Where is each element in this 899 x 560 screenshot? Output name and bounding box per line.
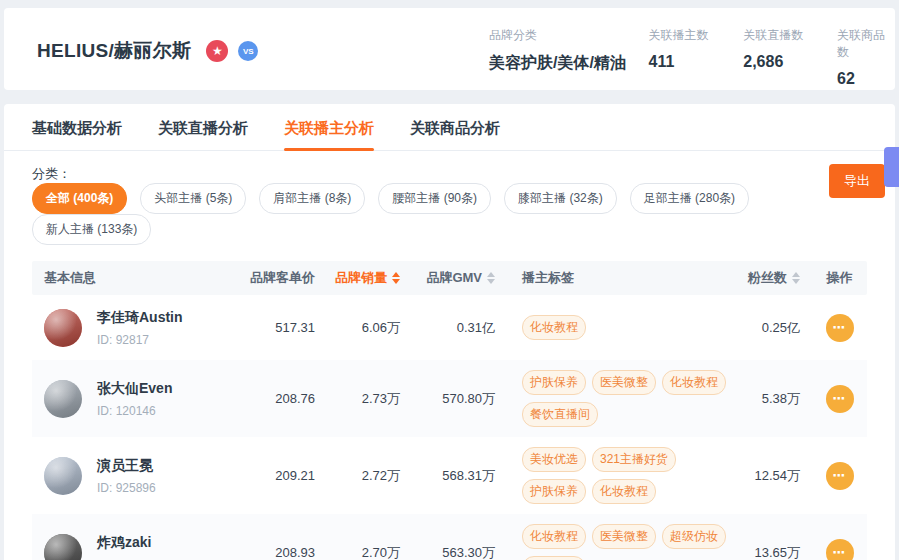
- brand-gmv-value: 568.31万: [412, 467, 507, 485]
- brand-sales-value: 2.73万: [327, 390, 412, 408]
- more-actions-button[interactable]: ⋯: [826, 385, 854, 413]
- streamer-name[interactable]: 炸鸡zaki: [97, 534, 155, 552]
- tab-bar: 基础数据分析 关联直播分析 关联播主分析 关联商品分析: [4, 104, 895, 151]
- column-header-fans[interactable]: 粉丝数: [742, 269, 812, 287]
- stat-value: 2,686: [743, 53, 837, 71]
- streamer-info-cell: 炸鸡zaki ID: 119076: [32, 534, 247, 560]
- brand-price-value: 208.76: [247, 391, 327, 406]
- brand-sales-value: 2.72万: [327, 467, 412, 485]
- streamer-identity: 演员王冕 ID: 925896: [97, 457, 156, 495]
- filter-chip[interactable]: 膝部主播 (32条): [504, 183, 617, 214]
- streamer-name[interactable]: 演员王冕: [97, 457, 156, 475]
- more-actions-button[interactable]: ⋯: [826, 314, 854, 342]
- streamer-tag: 化妆教程: [662, 370, 726, 395]
- tab-basic-data-analysis[interactable]: 基础数据分析: [32, 104, 122, 150]
- streamer-tag-list: 化妆教程: [507, 305, 742, 350]
- column-label: 基本信息: [44, 269, 96, 287]
- table-body: 李佳琦Austin ID: 92817 517.31 6.06万 0.31亿 化…: [32, 295, 867, 560]
- filter-chip-group: 全部 (400条)头部主播 (5条)肩部主播 (8条)腰部主播 (90条)膝部主…: [32, 183, 795, 245]
- side-float-widget[interactable]: [884, 147, 899, 187]
- brand-price-value: 517.31: [247, 320, 327, 335]
- streamer-tag: 321主播好货: [592, 447, 676, 472]
- table-header-row: 基本信息品牌客单价品牌销量品牌GMV播主标签粉丝数操作: [32, 261, 867, 295]
- stat-label: 关联商品数: [837, 27, 895, 61]
- brand-sales-value: 2.70万: [327, 544, 412, 560]
- streamer-avatar[interactable]: [44, 309, 82, 347]
- brand-stats: 品牌分类 美容护肤/美体/精油 关联播主数 411 关联直播数 2,686 关联…: [489, 27, 895, 88]
- more-actions-button[interactable]: ⋯: [826, 539, 854, 560]
- streamer-tag: 护肤保养: [522, 370, 586, 395]
- column-label: 操作: [827, 269, 853, 287]
- streamer-info-cell: 张大仙Even ID: 120146: [32, 380, 247, 418]
- brand-gmv-value: 563.30万: [412, 544, 507, 560]
- streamer-table: 基本信息品牌客单价品牌销量品牌GMV播主标签粉丝数操作 李佳琦Austin ID…: [32, 261, 867, 560]
- column-header-sales[interactable]: 品牌销量: [327, 269, 412, 287]
- stat-value: 美容护肤/美体/精油: [489, 53, 649, 74]
- streamer-name[interactable]: 张大仙Even: [97, 380, 172, 398]
- streamer-tag: 医美微整: [592, 370, 656, 395]
- tab-related-product-analysis[interactable]: 关联商品分析: [410, 104, 500, 150]
- streamer-tag-list: 美妆优选321主播好货护肤保养化妆教程: [507, 437, 742, 514]
- stat-related-streamers: 关联播主数 411: [649, 27, 744, 88]
- streamer-tag: 化妆教程: [592, 479, 656, 504]
- filter-chip[interactable]: 全部 (400条): [32, 183, 127, 214]
- filter-chip[interactable]: 肩部主播 (8条): [259, 183, 365, 214]
- brand-title-wrap: HELIUS/赫丽尔斯 ★ VS: [37, 38, 258, 64]
- streamer-name[interactable]: 李佳琦Austin: [97, 309, 183, 327]
- stat-label: 关联直播数: [743, 27, 837, 44]
- export-button[interactable]: 导出: [829, 164, 885, 198]
- streamer-tag: 护肤保养: [522, 479, 586, 504]
- brand-price-value: 209.21: [247, 468, 327, 483]
- column-header-action: 操作: [812, 269, 867, 287]
- table-row: 炸鸡zaki ID: 119076 208.93 2.70万 563.30万 化…: [32, 514, 867, 560]
- more-actions-button[interactable]: ⋯: [826, 462, 854, 490]
- fans-count-value: 12.54万: [742, 467, 812, 485]
- brand-sales-value: 6.06万: [327, 319, 412, 337]
- streamer-id: ID: 120146: [97, 404, 172, 418]
- filter-label: 分类：: [32, 165, 71, 183]
- column-label: 粉丝数: [748, 269, 787, 287]
- brand-gmv-value: 570.80万: [412, 390, 507, 408]
- streamer-identity: 李佳琦Austin ID: 92817: [97, 309, 183, 347]
- favorite-star-icon[interactable]: ★: [206, 40, 228, 62]
- compare-vs-icon[interactable]: VS: [238, 41, 258, 61]
- tab-related-live-analysis[interactable]: 关联直播分析: [158, 104, 248, 150]
- filter-chip[interactable]: 足部主播 (280条): [630, 183, 749, 214]
- action-cell: ⋯: [812, 314, 867, 342]
- stat-label: 关联播主数: [649, 27, 744, 44]
- stat-label: 品牌分类: [489, 27, 649, 44]
- main-panel: 基础数据分析 关联直播分析 关联播主分析 关联商品分析 分类： 全部 (400条…: [4, 104, 895, 560]
- tab-related-streamer-analysis[interactable]: 关联播主分析: [284, 104, 374, 150]
- streamer-avatar[interactable]: [44, 457, 82, 495]
- column-label: 播主标签: [522, 269, 574, 287]
- stat-brand-category: 品牌分类 美容护肤/美体/精油: [489, 27, 649, 88]
- sort-caret-icon: [487, 272, 495, 284]
- column-header-gmv[interactable]: 品牌GMV: [412, 269, 507, 287]
- stat-value: 411: [649, 53, 744, 71]
- table-row: 演员王冕 ID: 925896 209.21 2.72万 568.31万 美妆优…: [32, 437, 867, 514]
- streamer-avatar[interactable]: [44, 380, 82, 418]
- streamer-identity: 炸鸡zaki ID: 119076: [97, 534, 155, 560]
- streamer-tag: 化妆教程: [522, 315, 586, 340]
- column-label: 品牌客单价: [250, 269, 315, 287]
- action-cell: ⋯: [812, 462, 867, 490]
- filter-chip[interactable]: 新人主播 (133条): [32, 214, 151, 245]
- streamer-tag: 医美微整: [592, 524, 656, 549]
- column-header-info: 基本信息: [32, 269, 247, 287]
- streamer-identity: 张大仙Even ID: 120146: [97, 380, 172, 418]
- fans-count-value: 0.25亿: [742, 319, 812, 337]
- brand-title: HELIUS/赫丽尔斯: [37, 38, 191, 64]
- streamer-tag: 美妆优选: [522, 447, 586, 472]
- column-header-price: 品牌客单价: [247, 269, 327, 287]
- stat-related-lives: 关联直播数 2,686: [743, 27, 837, 88]
- action-cell: ⋯: [812, 539, 867, 560]
- streamer-tag: 超级仿妆: [662, 524, 726, 549]
- filter-chip[interactable]: 腰部主播 (90条): [378, 183, 491, 214]
- table-row: 李佳琦Austin ID: 92817 517.31 6.06万 0.31亿 化…: [32, 295, 867, 360]
- streamer-info-cell: 李佳琦Austin ID: 92817: [32, 309, 247, 347]
- streamer-avatar[interactable]: [44, 534, 82, 560]
- sort-caret-icon: [392, 272, 400, 284]
- streamer-info-cell: 演员王冕 ID: 925896: [32, 457, 247, 495]
- filter-chip[interactable]: 头部主播 (5条): [140, 183, 246, 214]
- fans-count-value: 5.38万: [742, 390, 812, 408]
